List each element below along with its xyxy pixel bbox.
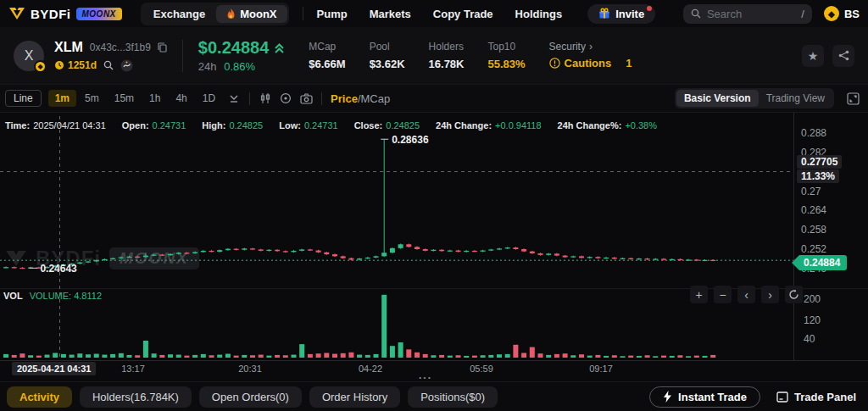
timeframe-4h[interactable]: 4h [169,90,193,107]
crosshair-price-badge: 0.27705 [797,155,842,169]
chart-area[interactable]: BYDFi MOONX 0.286360.24643 Time:2025/04/… [0,113,868,381]
volume-bar [595,355,600,358]
timeframe-5m[interactable]: 5m [78,90,106,107]
dexscreener-icon[interactable] [120,59,133,72]
candlestick-style-icon[interactable] [255,89,275,108]
candle [275,250,280,252]
volume-bar [209,355,214,358]
nav-moonx[interactable]: MoonX [216,5,287,23]
copy-icon[interactable] [158,42,167,53]
reset-view-button[interactable] [785,286,803,303]
volume-bar [341,353,346,358]
instant-trade-button[interactable]: Instant Trade [649,386,760,408]
nav-exchange[interactable]: Exchange [142,4,216,24]
zoom-out-button[interactable]: − [714,286,732,303]
screenshot-icon[interactable] [296,89,316,108]
timeframe-1d[interactable]: 1D [196,90,222,107]
volume-bar [612,355,617,358]
instant-trade-label: Instant Trade [678,391,747,403]
share-icon [838,50,849,61]
candlestick-chart[interactable]: 0.286360.24643 [0,113,868,381]
indicator-icon[interactable] [275,89,296,108]
nav-markets[interactable]: Markets [370,8,411,20]
token-actions: ★ [802,45,854,67]
volume-bar [497,354,502,358]
volume-bar [431,355,436,358]
network-label: BS [844,8,860,20]
nav-holdings[interactable]: Holdings [515,8,563,20]
timeframe-collapse-icon[interactable] [224,89,244,108]
token-search-icon[interactable] [103,60,114,70]
candle [423,249,428,251]
tab-positions[interactable]: Positions($0) [408,386,498,408]
fullscreen-icon[interactable] [843,89,863,108]
stat-security[interactable]: Security › Cautions 1 [549,41,632,70]
price-mcap-toggle[interactable]: Price/MCap [331,92,390,105]
volume-bar [439,355,444,358]
volume-bar [398,342,403,358]
nav-copy-trade[interactable]: Copy Trade [433,8,493,20]
close-label: Close: [354,120,383,131]
chart-nav-controls: + − ‹ › [690,286,803,303]
tab-holders[interactable]: Holders(16.784K) [80,386,192,408]
time-tick: 20:31 [231,364,269,374]
candle [505,247,510,248]
volume-bar [184,356,189,358]
basic-version-tab[interactable]: Basic Version [676,90,759,107]
pan-right-button[interactable]: › [761,286,779,303]
network-selector[interactable]: ◆ BS [824,6,860,21]
timeframe-1m[interactable]: 1m [48,90,76,107]
warning-circle-icon [549,58,560,69]
trading-view-tab[interactable]: Trading View [759,90,832,107]
brand[interactable]: BYDFi MOONX [8,7,122,21]
tab-activity[interactable]: Activity [7,386,72,408]
candle [119,258,124,258]
timeframe-1h[interactable]: 1h [142,90,167,107]
candle [357,258,362,260]
candle [587,257,593,258]
zoom-in-button[interactable]: + [690,286,708,303]
volume-bar [374,354,379,358]
timeframe-15m[interactable]: 15m [108,90,141,107]
high-value: 0.24825 [229,120,263,131]
share-button[interactable] [832,45,854,67]
current-price-badge: 0.24884 [792,255,847,270]
volume-bar [201,354,206,358]
time-tick: 04-22 [352,364,389,374]
primary-nav: Exchange MoonX [141,3,289,25]
volume-bar [53,353,58,358]
volume-bar [448,356,453,358]
clock-icon [54,60,64,70]
candle [348,258,353,260]
volume-bar [250,355,255,358]
candle [324,253,329,254]
chain-badge-icon: ◆ [34,60,47,73]
token-symbol: XLM [54,40,83,55]
time-tick: 05:59 [463,364,500,374]
chart-version-toggle: Basic Version Trading View [675,88,834,108]
search-input[interactable]: Search / [683,4,812,24]
volume-bar [538,353,543,358]
price-tick: 0.258 [801,224,826,236]
candle [390,248,395,253]
volume-bar [570,355,576,358]
tab-order-history[interactable]: Order History [309,386,400,408]
price-tick: 0.252 [801,243,826,255]
candle [266,250,271,251]
nav-pump[interactable]: Pump [317,8,348,20]
chevron-right-icon: › [589,41,593,53]
time-tick: 13:17 [114,364,152,374]
volume-bar [70,355,75,358]
line-style-button[interactable]: Line [5,90,42,107]
candle [595,257,600,258]
time-tick: 09:17 [582,364,620,374]
volume-bar [521,353,526,358]
tab-open-orders[interactable]: Open Orders(0) [199,386,302,408]
pan-left-button[interactable]: ‹ [737,286,755,303]
candle [242,248,247,250]
favorite-button[interactable]: ★ [802,45,824,67]
price-tick: 0.288 [801,127,826,139]
invite-button[interactable]: Invite [587,4,655,24]
lightning-icon [663,391,672,403]
trade-panel-button[interactable]: Trade Panel [776,391,856,403]
